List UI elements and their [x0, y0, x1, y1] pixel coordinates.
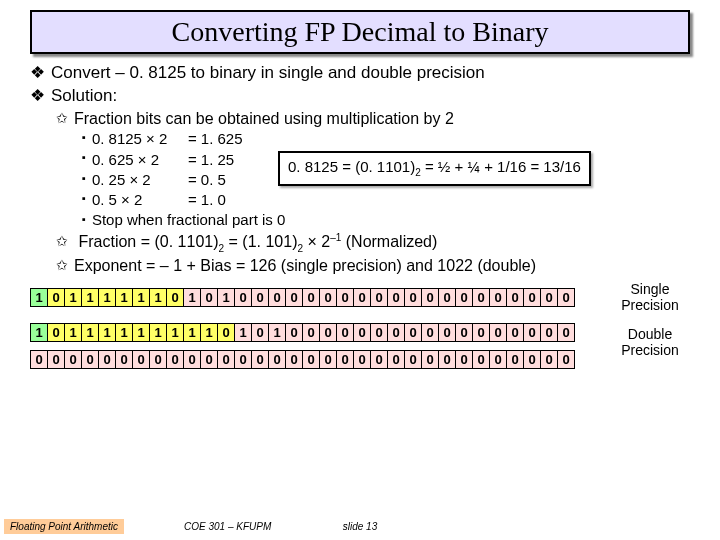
bit-cell: 0 — [48, 289, 65, 307]
bit-cell: 0 — [320, 324, 337, 342]
bit-cell: 0 — [371, 289, 388, 307]
bit-cell: 0 — [473, 324, 490, 342]
bit-cell: 0 — [286, 289, 303, 307]
label-double: Double Precision — [610, 327, 690, 358]
bit-cell: 0 — [490, 351, 507, 369]
bit-cell: 0 — [167, 351, 184, 369]
bit-cell: 1 — [31, 289, 48, 307]
footer: Floating Point Arithmetic COE 301 – KFUP… — [0, 519, 720, 534]
bit-cell: 0 — [65, 351, 82, 369]
bit-cell: 1 — [201, 324, 218, 342]
bit-cell: 0 — [99, 351, 116, 369]
bit-cell: 0 — [150, 351, 167, 369]
bit-cell: 0 — [133, 351, 150, 369]
mult-rows: 0. 8125 × 2 = 1. 625 0. 625 × 2 = 1. 25 … — [82, 129, 690, 230]
bit-cell: 0 — [116, 351, 133, 369]
bit-cell: 0 — [422, 324, 439, 342]
bit-cell: 0 — [524, 324, 541, 342]
mult-row-3: 0. 5 × 2 = 1. 0 — [82, 190, 690, 210]
content-area: Convert – 0. 8125 to binary in single an… — [0, 62, 720, 276]
bit-cell: 0 — [524, 289, 541, 307]
double-bit-strip-1: 10111111111010100000000000000000 — [30, 323, 575, 342]
bit-cell: 1 — [65, 289, 82, 307]
bit-cell: 0 — [473, 351, 490, 369]
bit-cell: 1 — [269, 324, 286, 342]
bullet-convert: Convert – 0. 8125 to binary in single an… — [30, 62, 690, 85]
double-precision-row2: 00000000000000000000000000000000 — [30, 350, 690, 369]
bit-cell: 1 — [184, 289, 201, 307]
bit-cell: 1 — [116, 289, 133, 307]
bit-cell: 0 — [456, 351, 473, 369]
bit-cell: 1 — [82, 324, 99, 342]
label-single: Single Precision — [610, 282, 690, 313]
bit-cell: 0 — [422, 351, 439, 369]
bullet-normalized: Fraction = (0. 1101)2 = (1. 101)2 × 2–1 … — [56, 231, 690, 255]
bit-cell: 0 — [473, 289, 490, 307]
bit-cell: 0 — [235, 351, 252, 369]
bit-cell: 0 — [303, 351, 320, 369]
bit-cell: 0 — [201, 351, 218, 369]
bit-cell: 0 — [303, 324, 320, 342]
mult-row-0: 0. 8125 × 2 = 1. 625 — [82, 129, 690, 149]
bit-cell: 0 — [371, 351, 388, 369]
bit-cell: 0 — [490, 324, 507, 342]
bit-cell: 0 — [48, 324, 65, 342]
footer-mid: COE 301 – KFUPM — [184, 521, 271, 532]
bit-cell: 0 — [269, 289, 286, 307]
slide-title: Converting FP Decimal to Binary — [172, 16, 549, 47]
bit-cell: 0 — [507, 289, 524, 307]
bit-cell: 0 — [320, 351, 337, 369]
bit-cell: 0 — [252, 289, 269, 307]
bit-cell: 0 — [422, 289, 439, 307]
bit-cell: 0 — [507, 324, 524, 342]
exp-neg1: –1 — [330, 232, 341, 243]
bit-cell: 0 — [524, 351, 541, 369]
bit-cell: 1 — [99, 324, 116, 342]
mult-stop: Stop when fractional part is 0 — [82, 210, 690, 230]
bit-cell: 0 — [541, 351, 558, 369]
bit-cell: 0 — [286, 351, 303, 369]
detail-pre: 0. 8125 = (0. 1101) — [288, 158, 415, 175]
bit-cell: 0 — [558, 289, 575, 307]
bit-cell: 0 — [252, 351, 269, 369]
bit-cell: 0 — [439, 324, 456, 342]
bit-cell: 0 — [405, 324, 422, 342]
bit-cell: 0 — [235, 289, 252, 307]
bit-cell: 0 — [388, 351, 405, 369]
bit-cell: 1 — [167, 324, 184, 342]
bit-cell: 1 — [65, 324, 82, 342]
footer-left: Floating Point Arithmetic — [4, 519, 124, 534]
footer-right: slide 13 — [343, 521, 377, 532]
bit-cell: 0 — [405, 351, 422, 369]
bit-cell: 0 — [337, 289, 354, 307]
bit-cell: 0 — [439, 289, 456, 307]
detail-post: = ½ + ¼ + 1/16 = 13/16 — [421, 158, 581, 175]
bit-cell: 0 — [82, 351, 99, 369]
bit-cell: 0 — [507, 351, 524, 369]
bit-cell: 0 — [303, 289, 320, 307]
bit-cell: 1 — [218, 289, 235, 307]
bit-cell: 0 — [354, 289, 371, 307]
bits-area: 10111111010100000000000000000000 Single … — [30, 282, 690, 369]
bit-cell: 0 — [269, 351, 286, 369]
bit-cell: 0 — [354, 324, 371, 342]
bit-cell: 1 — [235, 324, 252, 342]
bit-cell: 0 — [218, 324, 235, 342]
bullet-exponent: Exponent = – 1 + Bias = 126 (single prec… — [56, 255, 690, 277]
bit-cell: 0 — [337, 351, 354, 369]
bit-cell: 0 — [558, 351, 575, 369]
bit-cell: 0 — [388, 324, 405, 342]
bit-cell: 0 — [354, 351, 371, 369]
bit-cell: 1 — [31, 324, 48, 342]
bullet-fraction-method: Fraction bits can be obtained using mult… — [56, 108, 690, 130]
bit-cell: 1 — [133, 289, 150, 307]
bit-cell: 0 — [320, 289, 337, 307]
bit-cell: 0 — [31, 351, 48, 369]
bit-cell: 0 — [456, 324, 473, 342]
single-bit-strip: 10111111010100000000000000000000 — [30, 288, 575, 307]
bit-cell: 0 — [184, 351, 201, 369]
bit-cell: 0 — [201, 289, 218, 307]
bit-cell: 0 — [167, 289, 184, 307]
bit-cell: 1 — [133, 324, 150, 342]
bit-cell: 0 — [48, 351, 65, 369]
